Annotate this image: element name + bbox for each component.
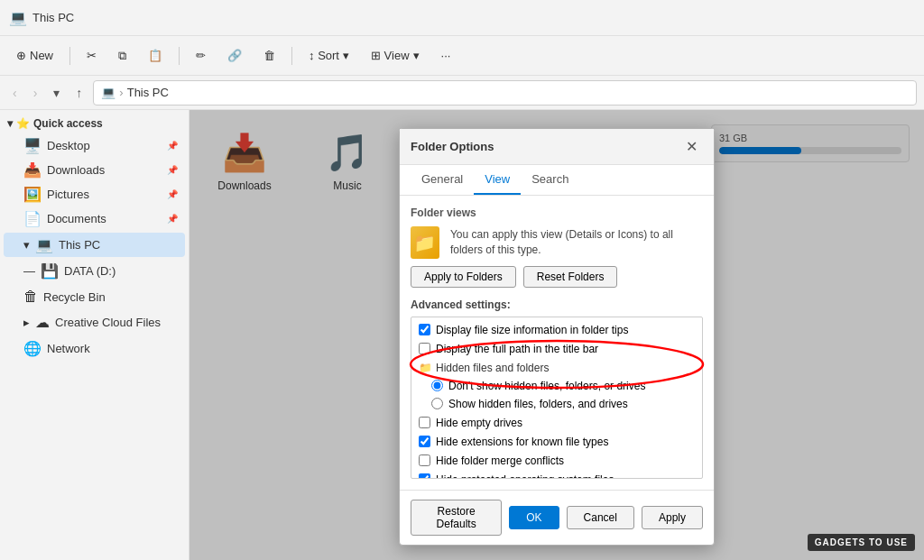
delete-button[interactable]: 🗑 <box>254 44 284 67</box>
drive-icon: 💾 <box>41 262 59 280</box>
forward-button[interactable]: › <box>28 82 43 104</box>
sidebar-item-recycle-bin[interactable]: 🗑 Recycle Bin <box>4 285 185 308</box>
chevron-down-icon: ▾ <box>343 49 349 62</box>
recent-locations-button[interactable]: ▾ <box>48 82 65 104</box>
sidebar-item-data-d[interactable]: — 💾 DATA (D:) <box>4 259 185 283</box>
sidebar: ▾ ⭐ Quick access 🖥️ Desktop 📌 📥 Download… <box>0 110 189 560</box>
dialog-overlay: Folder Options ✕ General View Search Fol… <box>189 110 924 560</box>
sidebar-section-network: 🌐 Network <box>0 336 189 361</box>
advanced-settings-label: Advanced settings: <box>411 298 703 311</box>
settings-list[interactable]: Display file size information in folder … <box>411 317 703 479</box>
address-box[interactable]: 💻 › This PC <box>93 80 917 106</box>
up-button[interactable]: ↑ <box>70 82 88 104</box>
category-label: Hidden files and folders <box>436 362 549 374</box>
sidebar-item-label: Pictures <box>47 188 89 201</box>
restore-defaults-button[interactable]: Restore Defaults <box>411 500 502 536</box>
checkbox-hide-extensions[interactable] <box>419 436 430 447</box>
radio-dont-show-hidden[interactable] <box>431 380 443 391</box>
tab-general[interactable]: General <box>411 165 474 195</box>
folder-views-label: Folder views <box>411 207 703 219</box>
setting-label: Display file size information in folder … <box>436 323 628 338</box>
title-bar: 💻 This PC <box>0 0 924 36</box>
setting-label: Don't show hidden files, folders, or dri… <box>448 379 645 394</box>
watermark-logo: GADGETS TO USE <box>808 534 915 551</box>
share-button[interactable]: 🔗 <box>218 44 251 67</box>
setting-file-size-info: Display file size information in folder … <box>415 321 698 340</box>
dash-icon: — <box>23 264 35 278</box>
checkbox-hide-merge-conflicts[interactable] <box>419 454 430 466</box>
sidebar-item-creative-cloud[interactable]: ▸ ☁ Creative Cloud Files <box>4 310 185 335</box>
sidebar-item-label: Creative Cloud Files <box>55 316 161 329</box>
setting-hide-protected-os: Hide protected operating system files (R… <box>415 471 698 479</box>
setting-hide-extensions: Hide extensions for known file types <box>415 433 698 452</box>
sidebar-item-network[interactable]: 🌐 Network <box>4 336 185 361</box>
sidebar-item-label: Network <box>47 342 90 355</box>
setting-label: Hide extensions for known file types <box>436 435 608 450</box>
setting-category-hidden: 📁 Hidden files and folders <box>415 359 698 377</box>
content-area: 📥 Downloads 🎵 Music 31 GB Folder Option <box>189 110 924 560</box>
setting-label: Hide empty drives <box>436 416 522 431</box>
sidebar-item-downloads[interactable]: 📥 Downloads 📌 <box>4 158 185 182</box>
dialog-close-button[interactable]: ✕ <box>680 136 703 157</box>
sidebar-header-quick-access[interactable]: ▾ ⭐ Quick access <box>0 114 189 133</box>
pin-icon: 📌 <box>167 214 178 224</box>
tab-search[interactable]: Search <box>521 165 579 195</box>
sort-button[interactable]: ↕ Sort ▾ <box>300 44 358 67</box>
checkbox-full-path[interactable] <box>419 343 430 354</box>
window-title: This PC <box>32 11 74 24</box>
sidebar-section-recycle-bin: 🗑 Recycle Bin <box>0 285 189 308</box>
sidebar-item-this-pc[interactable]: ▾ 💻 This PC <box>4 233 185 257</box>
setting-dont-show-hidden: Don't show hidden files, folders, or dri… <box>415 377 698 396</box>
more-button[interactable]: ··· <box>432 44 460 67</box>
view-button[interactable]: ⊞ View ▾ <box>362 44 429 67</box>
copy-icon: ⧉ <box>118 49 126 63</box>
paste-button[interactable]: 📋 <box>139 44 171 67</box>
cancel-button[interactable]: Cancel <box>567 506 634 529</box>
folder-options-dialog: Folder Options ✕ General View Search Fol… <box>399 128 715 546</box>
dialog-title: Folder Options <box>411 140 494 153</box>
folder-views-section: Folder views 📁 You can apply this view (… <box>411 207 703 288</box>
folder-views-buttons: Apply to Folders Reset Folders <box>411 266 703 288</box>
desktop-icon: 🖥️ <box>23 137 42 154</box>
copy-button[interactable]: ⧉ <box>109 44 135 68</box>
checkbox-file-size[interactable] <box>419 324 430 335</box>
setting-hide-empty-drives: Hide empty drives <box>415 414 698 433</box>
network-icon: 🌐 <box>23 340 42 357</box>
setting-full-path: Display the full path in the title bar <box>415 340 698 359</box>
separator <box>69 47 70 65</box>
rename-button[interactable]: ✏ <box>187 44 215 67</box>
setting-label: Hide folder merge conflicts <box>436 454 564 469</box>
cut-button[interactable]: ✂ <box>78 44 106 67</box>
tab-view[interactable]: View <box>474 165 521 195</box>
back-button[interactable]: ‹ <box>7 82 23 104</box>
new-button[interactable]: ⊕ New <box>7 44 62 67</box>
sidebar-item-desktop[interactable]: 🖥️ Desktop 📌 <box>4 133 185 158</box>
apply-button[interactable]: Apply <box>642 506 703 529</box>
creative-cloud-icon: ☁ <box>35 314 50 331</box>
setting-label: Show hidden files, folders, and drives <box>448 397 628 412</box>
sidebar-item-label: Desktop <box>47 139 90 152</box>
radio-show-hidden[interactable] <box>431 398 443 409</box>
toolbar: ⊕ New ✂ ⧉ 📋 ✏ 🔗 🗑 ↕ Sort ▾ ⊞ View ▾ ··· <box>0 36 924 76</box>
setting-hide-merge-conflicts: Hide folder merge conflicts <box>415 452 698 471</box>
pin-icon: 📌 <box>167 141 178 151</box>
checkbox-hide-empty-drives[interactable] <box>419 417 430 428</box>
star-icon: ⭐ <box>16 117 30 130</box>
sidebar-item-documents[interactable]: 📄 Documents 📌 <box>4 207 185 231</box>
recycle-bin-icon: 🗑 <box>23 289 38 305</box>
reset-folders-button[interactable]: Reset Folders <box>523 266 618 288</box>
paste-icon: 📋 <box>148 49 162 62</box>
apply-to-folders-button[interactable]: Apply to Folders <box>411 266 516 288</box>
expand-icon: ▾ <box>7 117 13 130</box>
ok-button[interactable]: OK <box>509 506 559 529</box>
dialog-content: Folder views 📁 You can apply this view (… <box>400 196 714 490</box>
folder-preview-icon: 📁 <box>411 226 439 259</box>
sidebar-section-quick-access: ▾ ⭐ Quick access 🖥️ Desktop 📌 📥 Download… <box>0 114 189 231</box>
this-pc-icon: 💻 <box>35 236 53 253</box>
checkbox-hide-protected-os[interactable] <box>419 473 430 479</box>
documents-icon: 📄 <box>23 210 42 227</box>
sidebar-section-label: Quick access <box>33 117 103 130</box>
folder-icon: 📁 <box>419 362 432 374</box>
expand-icon: ▾ <box>23 238 30 252</box>
sidebar-item-pictures[interactable]: 🖼️ Pictures 📌 <box>4 182 185 207</box>
